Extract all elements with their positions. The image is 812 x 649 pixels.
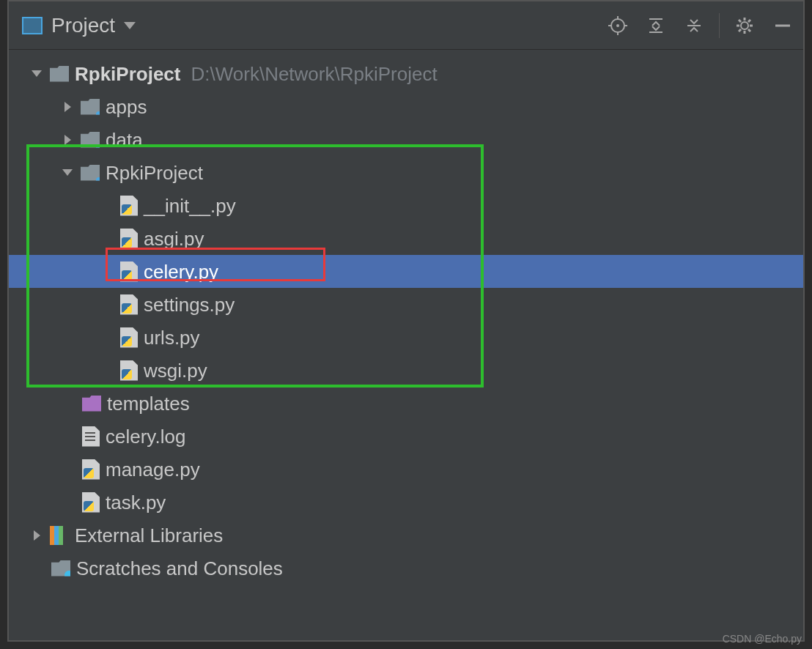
tree-root[interactable]: RpkiProject D:\Work\Network\RpkiProject [9,57,803,90]
tree-scratches[interactable]: Scratches and Consoles [9,552,803,585]
tree-item-rpkiproject[interactable]: RpkiProject [9,156,803,189]
tree-file-urls[interactable]: urls.py [9,321,803,354]
text-file-icon [82,426,100,447]
project-toolbar: Project [9,1,803,50]
expand-all-icon[interactable] [643,12,669,39]
root-name: RpkiProject [75,64,181,84]
tree-file-celerylog[interactable]: celery.log [9,420,803,453]
tree-external-libraries[interactable]: External Libraries [9,519,803,552]
python-file-icon [120,229,138,249]
project-icon [22,17,43,34]
python-file-icon [82,492,100,513]
tree-file-settings[interactable]: settings.py [9,288,803,321]
view-dropdown-icon[interactable] [124,22,136,29]
project-tool-window: Project Rpk [7,0,805,642]
python-file-icon [82,459,100,480]
svg-line-16 [739,29,741,31]
project-tree[interactable]: RpkiProject D:\Work\Network\RpkiProject … [9,50,803,640]
project-view-title[interactable]: Project [51,14,115,37]
tree-file-init[interactable]: __init__.py [9,189,803,222]
root-path: D:\Work\Network\RpkiProject [191,64,438,84]
python-file-icon [120,360,138,381]
chevron-right-icon[interactable] [29,528,44,543]
locate-icon[interactable] [605,12,631,39]
tree-file-wsgi[interactable]: wsgi.py [9,354,803,387]
package-folder-icon [81,132,100,148]
python-file-icon [120,294,138,315]
tree-file-asgi[interactable]: asgi.py [9,222,803,255]
chevron-down-icon[interactable] [29,67,44,81]
python-file-icon [120,196,138,216]
watermark: CSDN @Echo.py [723,633,802,645]
svg-point-9 [741,22,748,29]
tree-item-templates[interactable]: templates [9,387,803,420]
tree-item-data[interactable]: data [9,123,803,156]
svg-line-17 [748,20,750,22]
svg-point-1 [616,24,619,27]
python-file-icon [120,327,138,348]
package-folder-icon [81,165,100,181]
libraries-icon [50,526,69,545]
tree-item-apps[interactable]: apps [9,90,803,123]
hide-icon[interactable] [769,12,796,39]
chevron-right-icon[interactable] [60,100,75,114]
folder-icon [50,66,69,82]
package-folder-icon [81,99,100,115]
svg-line-14 [739,20,741,22]
tree-file-manage[interactable]: manage.py [9,453,803,486]
toolbar-separator [719,13,720,38]
templates-folder-icon [82,396,101,412]
python-file-icon [120,262,138,282]
chevron-down-icon[interactable] [60,166,75,180]
settings-gear-icon[interactable] [731,12,758,39]
tree-file-celery[interactable]: celery.py [9,255,803,288]
collapse-all-icon[interactable] [681,12,707,39]
scratches-icon [51,560,70,576]
svg-line-15 [748,29,750,31]
tree-file-task[interactable]: task.py [9,486,803,519]
chevron-right-icon[interactable] [60,133,75,147]
